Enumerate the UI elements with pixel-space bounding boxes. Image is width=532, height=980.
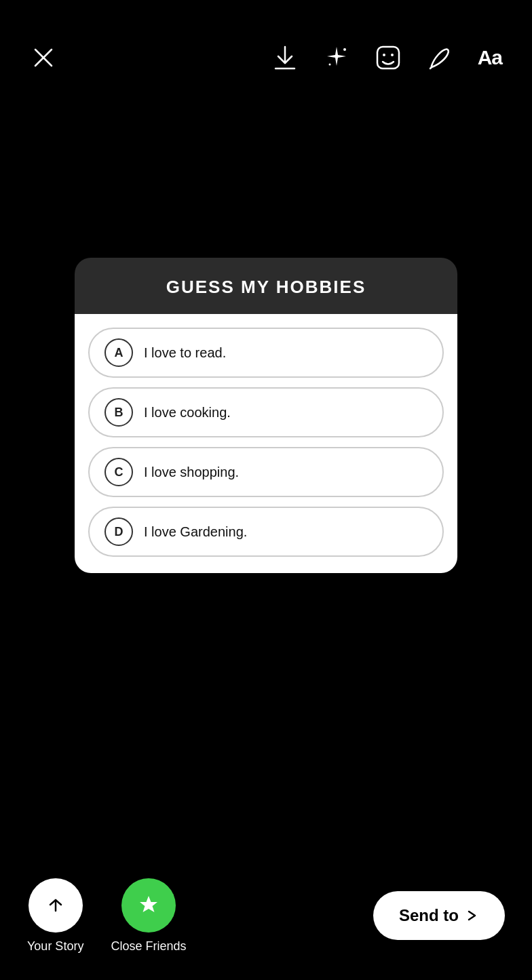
option-letter-a: A bbox=[104, 338, 133, 367]
svg-point-5 bbox=[328, 64, 330, 66]
option-letter-b: B bbox=[104, 398, 133, 427]
text-button[interactable]: Aa bbox=[475, 41, 505, 74]
text-label: Aa bbox=[478, 46, 502, 69]
draw-button[interactable] bbox=[423, 41, 456, 74]
svg-point-4 bbox=[343, 48, 346, 51]
toolbar: Aa bbox=[0, 0, 532, 95]
phone-screen: Aa GUESS MY HOBBIES A I love to read. B … bbox=[0, 0, 532, 980]
svg-rect-6 bbox=[377, 47, 399, 68]
your-story-label: Your Story bbox=[27, 939, 83, 954]
close-friends-circle bbox=[121, 878, 176, 933]
sticker-button[interactable] bbox=[372, 41, 404, 74]
option-text-b: I love cooking. bbox=[144, 405, 231, 420]
send-to-button[interactable]: Send to bbox=[373, 891, 505, 940]
story-buttons: Your Story Close Friends bbox=[27, 878, 186, 954]
quiz-option-a[interactable]: A I love to read. bbox=[88, 328, 444, 378]
quiz-card: GUESS MY HOBBIES A I love to read. B I l… bbox=[75, 258, 457, 573]
quiz-option-b[interactable]: B I love cooking. bbox=[88, 387, 444, 437]
close-friends-label: Close Friends bbox=[111, 939, 186, 954]
svg-marker-10 bbox=[140, 896, 157, 912]
svg-marker-3 bbox=[327, 47, 346, 66]
svg-point-8 bbox=[391, 54, 394, 56]
your-story-button[interactable]: Your Story bbox=[27, 878, 83, 954]
option-text-d: I love Gardening. bbox=[144, 524, 247, 540]
bottom-bar: Your Story Close Friends Send to bbox=[0, 865, 532, 980]
option-text-c: I love shopping. bbox=[144, 465, 239, 480]
quiz-title: GUESS MY HOBBIES bbox=[88, 277, 444, 298]
close-button[interactable] bbox=[27, 41, 60, 74]
quiz-option-d[interactable]: D I love Gardening. bbox=[88, 507, 444, 557]
svg-point-7 bbox=[383, 54, 385, 56]
sparkles-button[interactable] bbox=[320, 41, 353, 74]
quiz-option-c[interactable]: C I love shopping. bbox=[88, 447, 444, 497]
download-button[interactable] bbox=[269, 41, 301, 74]
quiz-options: A I love to read. B I love cooking. C I … bbox=[75, 314, 457, 573]
option-letter-c: C bbox=[104, 458, 133, 486]
send-to-label: Send to bbox=[399, 906, 459, 925]
quiz-header: GUESS MY HOBBIES bbox=[75, 258, 457, 314]
close-friends-button[interactable]: Close Friends bbox=[111, 878, 186, 954]
toolbar-right: Aa bbox=[269, 41, 505, 74]
option-text-a: I love to read. bbox=[144, 345, 226, 361]
option-letter-d: D bbox=[104, 517, 133, 546]
your-story-circle bbox=[28, 878, 83, 933]
